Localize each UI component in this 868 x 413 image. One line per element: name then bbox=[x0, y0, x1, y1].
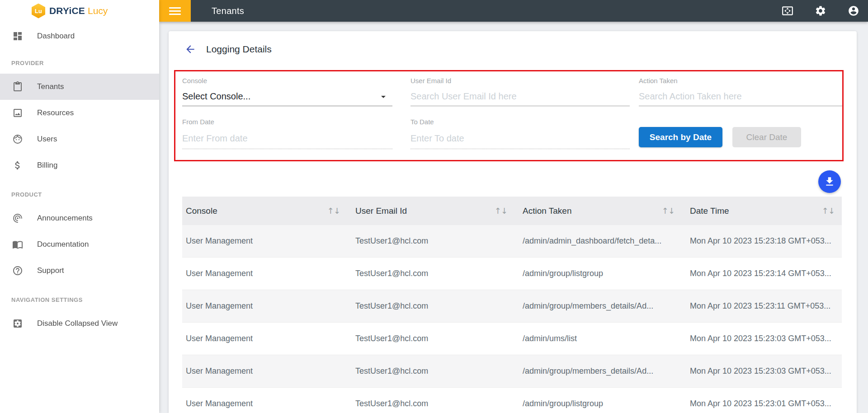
sidebar-section-header: PRODUCT bbox=[11, 191, 159, 200]
cell-console: User Management bbox=[182, 334, 347, 343]
cell-action-taken: /admin/group/members_details/Ad... bbox=[514, 301, 682, 311]
user-email-label: User Email Id bbox=[410, 77, 630, 84]
column-header-user-email-id[interactable]: User Email Id↑↓ bbox=[347, 197, 514, 225]
cell-user-email: TestUser1@hcl.com bbox=[347, 301, 514, 311]
cell-action-taken: /admin/group/listgroup bbox=[514, 399, 682, 408]
console-select[interactable]: Select Console... bbox=[182, 87, 392, 106]
topbar-title: Tenants bbox=[212, 6, 244, 16]
brand-logo: Lu DRYiCE Lucy bbox=[0, 0, 159, 22]
clear-date-button[interactable]: Clear Date bbox=[732, 127, 801, 147]
user-email-field: User Email Id bbox=[410, 77, 630, 106]
table-row: User ManagementTestUser1@hcl.com/admin/a… bbox=[182, 225, 842, 258]
brand-name-primary: DRYiCE bbox=[49, 5, 85, 16]
dollar-icon bbox=[12, 160, 23, 171]
sidebar-item-support[interactable]: Support bbox=[0, 258, 159, 284]
sidebar-nav: DashboardPROVIDERTenantsResourcesUsersBi… bbox=[0, 25, 159, 337]
action-taken-field: Action Taken bbox=[639, 77, 842, 106]
action-taken-label: Action Taken bbox=[639, 77, 842, 84]
table-header-row: Console↑↓User Email Id↑↓Action Taken↑↓Da… bbox=[182, 197, 842, 225]
sidebar: Lu DRYiCE Lucy DashboardPROVIDERTenantsR… bbox=[0, 0, 159, 413]
download-icon bbox=[824, 176, 835, 188]
cell-action-taken: /admin/group/listgroup bbox=[514, 269, 682, 278]
hamburger-menu-button[interactable] bbox=[159, 0, 191, 22]
column-header-date-time[interactable]: Date Time↑↓ bbox=[682, 197, 842, 225]
to-date-input[interactable] bbox=[410, 128, 630, 149]
cell-date-time: Mon Apr 10 2023 15:23:18 GMT+053... bbox=[682, 236, 842, 246]
sidebar-item-label: Documentation bbox=[37, 240, 89, 249]
column-header-label: Action Taken bbox=[523, 206, 571, 216]
cell-action-taken: /admin/group/members_details/Ad... bbox=[514, 366, 682, 376]
cell-user-email: TestUser1@hcl.com bbox=[347, 366, 514, 376]
cell-console: User Management bbox=[182, 236, 347, 246]
cell-date-time: Mon Apr 10 2023 15:23:14 GMT+053... bbox=[682, 269, 842, 278]
face-icon bbox=[12, 134, 23, 145]
sidebar-item-label: Dashboard bbox=[37, 32, 75, 41]
caret-down-icon bbox=[378, 91, 389, 102]
sidebar-section-header: NAVIGATION SETTINGS bbox=[11, 296, 159, 305]
sidebar-item-label: Users bbox=[37, 135, 57, 144]
account-icon[interactable] bbox=[848, 5, 859, 17]
cell-user-email: TestUser1@hcl.com bbox=[347, 334, 514, 343]
sidebar-item-resources[interactable]: Resources bbox=[0, 100, 159, 126]
announce-icon bbox=[12, 213, 23, 224]
filter-buttons: Search by Date Clear Date bbox=[639, 127, 842, 149]
action-taken-input[interactable] bbox=[639, 87, 842, 106]
sidebar-item-label: Resources bbox=[37, 108, 74, 117]
search-by-date-button[interactable]: Search by Date bbox=[639, 127, 722, 147]
topbar-actions bbox=[782, 5, 868, 17]
sidebar-item-tenants[interactable]: Tenants bbox=[0, 74, 159, 100]
column-header-label: Console bbox=[186, 206, 217, 216]
topbar: Tenants bbox=[159, 0, 868, 22]
sidebar-item-label: Disable Collapsed View bbox=[37, 319, 118, 328]
sidebar-item-documentation[interactable]: Documentation bbox=[0, 231, 159, 258]
download-button[interactable] bbox=[818, 170, 841, 193]
sidebar-item-billing[interactable]: Billing bbox=[0, 152, 159, 178]
sidebar-item-users[interactable]: Users bbox=[0, 126, 159, 152]
cell-date-time: Mon Apr 10 2023 15:23:01 GMT+053... bbox=[682, 399, 842, 408]
sidebar-item-label: Support bbox=[37, 266, 64, 275]
fullscreen-icon[interactable] bbox=[782, 5, 793, 17]
sidebar-section-header: PROVIDER bbox=[11, 60, 159, 69]
cell-date-time: Mon Apr 10 2023 15:23:03 GMT+053... bbox=[682, 334, 842, 343]
back-arrow-button[interactable] bbox=[184, 43, 196, 55]
book-icon bbox=[12, 239, 23, 250]
settings-gear-icon[interactable] bbox=[815, 5, 826, 17]
sidebar-item-label: Announcements bbox=[37, 214, 93, 223]
brand-badge-text: Lu bbox=[35, 8, 42, 14]
cell-console: User Management bbox=[182, 366, 347, 376]
cell-date-time: Mon Apr 10 2023 15:23:03 GMT+053... bbox=[682, 366, 842, 376]
sort-icon[interactable]: ↑↓ bbox=[327, 206, 347, 216]
sidebar-item-dashboard[interactable]: Dashboard bbox=[0, 25, 159, 47]
from-date-field: From Date bbox=[182, 118, 392, 149]
user-email-input[interactable] bbox=[410, 87, 630, 106]
dashboard-icon bbox=[12, 31, 23, 42]
sidebar-item-disable-collapsed-view[interactable]: Disable Collapsed View bbox=[0, 310, 159, 337]
logging-details-card: Logging Details Console Select Console..… bbox=[169, 31, 857, 413]
from-date-input[interactable] bbox=[182, 128, 392, 149]
cell-user-email: TestUser1@hcl.com bbox=[347, 269, 514, 278]
sidebar-item-announcements[interactable]: Announcements bbox=[0, 205, 159, 231]
cell-user-email: TestUser1@hcl.com bbox=[347, 399, 514, 408]
image-icon bbox=[12, 108, 23, 118]
filter-panel: Console Select Console... User Email Id … bbox=[174, 70, 844, 161]
console-select-value: Select Console... bbox=[182, 91, 250, 102]
sort-icon[interactable]: ↑↓ bbox=[495, 206, 514, 216]
sort-icon[interactable]: ↑↓ bbox=[662, 206, 682, 216]
column-header-console[interactable]: Console↑↓ bbox=[182, 197, 347, 225]
cell-date-time: Mon Apr 10 2023 15:23:11 GMT+053... bbox=[682, 301, 842, 311]
sort-icon[interactable]: ↑↓ bbox=[822, 206, 842, 216]
brand-name-secondary: Lucy bbox=[88, 5, 108, 16]
cell-action-taken: /admin/admin_dashboard/fetch_deta... bbox=[514, 236, 682, 246]
to-date-label: To Date bbox=[410, 118, 630, 126]
clipboard-icon bbox=[12, 81, 23, 92]
settings-square-icon bbox=[12, 318, 23, 329]
sidebar-item-label: Billing bbox=[37, 161, 57, 170]
cell-console: User Management bbox=[182, 399, 347, 408]
table-row: User ManagementTestUser1@hcl.com/admin/u… bbox=[182, 323, 842, 355]
help-icon bbox=[12, 265, 23, 276]
table-row: User ManagementTestUser1@hcl.com/admin/g… bbox=[182, 290, 842, 323]
table-row: User ManagementTestUser1@hcl.com/admin/g… bbox=[182, 355, 842, 388]
console-label: Console bbox=[182, 77, 392, 84]
column-header-action-taken[interactable]: Action Taken↑↓ bbox=[514, 197, 682, 225]
table-row: User ManagementTestUser1@hcl.com/admin/g… bbox=[182, 388, 842, 413]
